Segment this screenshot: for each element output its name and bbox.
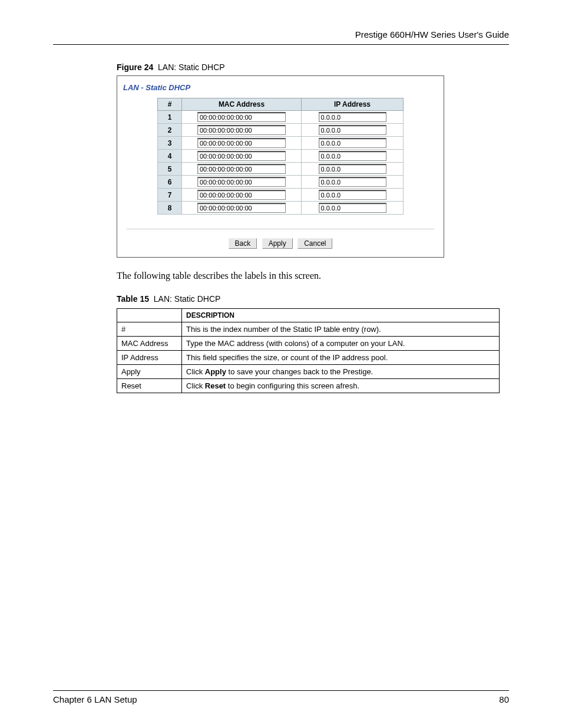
desc-header-blank xyxy=(117,309,182,322)
desc-header-description: DESCRIPTION xyxy=(182,309,500,322)
table-label: Table 15 xyxy=(117,294,149,304)
desc-row: Reset Click Reset to begin configuring t… xyxy=(117,379,500,393)
table-title: LAN: Static DHCP xyxy=(154,294,221,304)
static-dhcp-table: # MAC Address IP Address 1 2 3 xyxy=(157,98,404,215)
table-row: 8 xyxy=(158,202,404,215)
page-header: Prestige 660H/HW Series User's Guide xyxy=(53,29,509,45)
page-footer: Chapter 6 LAN Setup 80 xyxy=(53,690,509,704)
desc-label: Apply xyxy=(117,365,182,379)
ip-input[interactable] xyxy=(319,125,386,135)
row-index: 8 xyxy=(158,202,182,215)
panel-title: LAN - Static DHCP xyxy=(122,82,439,98)
table-caption: Table 15 LAN: Static DHCP xyxy=(117,294,509,304)
desc-label: MAC Address xyxy=(117,337,182,351)
figure-label: Figure 24 xyxy=(117,62,153,72)
mac-input[interactable] xyxy=(197,125,286,135)
row-index: 3 xyxy=(158,137,182,150)
table-row: 5 xyxy=(158,163,404,176)
table-row: 4 xyxy=(158,150,404,163)
button-row: Back Apply Cancel xyxy=(122,238,439,249)
figure-caption: Figure 24 LAN: Static DHCP xyxy=(117,62,509,72)
ip-input[interactable] xyxy=(319,177,386,187)
row-index: 5 xyxy=(158,163,182,176)
desc-label: Reset xyxy=(117,379,182,393)
mac-input[interactable] xyxy=(197,203,286,213)
mac-input[interactable] xyxy=(197,177,286,187)
separator xyxy=(127,229,434,229)
footer-chapter: Chapter 6 LAN Setup xyxy=(53,694,137,704)
table-row: 6 xyxy=(158,176,404,189)
ip-input[interactable] xyxy=(319,190,386,200)
desc-label: # xyxy=(117,322,182,337)
desc-label: IP Address xyxy=(117,351,182,365)
desc-text: Type the MAC address (with colons) of a … xyxy=(182,337,500,351)
mac-input[interactable] xyxy=(197,190,286,200)
desc-row: IP Address This field specifies the size… xyxy=(117,351,500,365)
mac-input[interactable] xyxy=(197,164,286,174)
row-index: 4 xyxy=(158,150,182,163)
col-header-ip: IP Address xyxy=(302,98,404,111)
desc-text: This field specifies the size, or count … xyxy=(182,351,500,365)
row-index: 6 xyxy=(158,176,182,189)
figure-title: LAN: Static DHCP xyxy=(158,62,225,72)
ip-input[interactable] xyxy=(319,112,386,122)
row-index: 1 xyxy=(158,111,182,124)
ip-input[interactable] xyxy=(319,138,386,148)
desc-text: This is the index number of the Static I… xyxy=(182,322,500,337)
mac-input[interactable] xyxy=(197,112,286,122)
row-index: 7 xyxy=(158,189,182,202)
footer-page-number: 80 xyxy=(499,694,509,704)
ip-input[interactable] xyxy=(319,164,386,174)
mac-input[interactable] xyxy=(197,151,286,161)
back-button[interactable]: Back xyxy=(229,238,257,249)
ip-input[interactable] xyxy=(319,203,386,213)
desc-row: Apply Click Apply to save your changes b… xyxy=(117,365,500,379)
desc-text: Click Apply to save your changes back to… xyxy=(182,365,500,379)
table-row: 2 xyxy=(158,124,404,137)
cancel-button[interactable]: Cancel xyxy=(297,238,332,249)
desc-row: MAC Address Type the MAC address (with c… xyxy=(117,337,500,351)
body-text: The following table describes the labels… xyxy=(117,271,509,281)
description-table: DESCRIPTION # This is the index number o… xyxy=(117,308,500,393)
mac-input[interactable] xyxy=(197,138,286,148)
table-row: 1 xyxy=(158,111,404,124)
ip-input[interactable] xyxy=(319,151,386,161)
table-row: 3 xyxy=(158,137,404,150)
guide-title: Prestige 660H/HW Series User's Guide xyxy=(355,29,509,39)
row-index: 2 xyxy=(158,124,182,137)
desc-row: # This is the index number of the Static… xyxy=(117,322,500,337)
col-header-mac: MAC Address xyxy=(182,98,302,111)
table-row: 7 xyxy=(158,189,404,202)
apply-button[interactable]: Apply xyxy=(262,238,293,249)
col-header-index: # xyxy=(158,98,182,111)
desc-text: Click Reset to begin configuring this sc… xyxy=(182,379,500,393)
screenshot-frame: LAN - Static DHCP # MAC Address IP Addre… xyxy=(117,75,444,258)
